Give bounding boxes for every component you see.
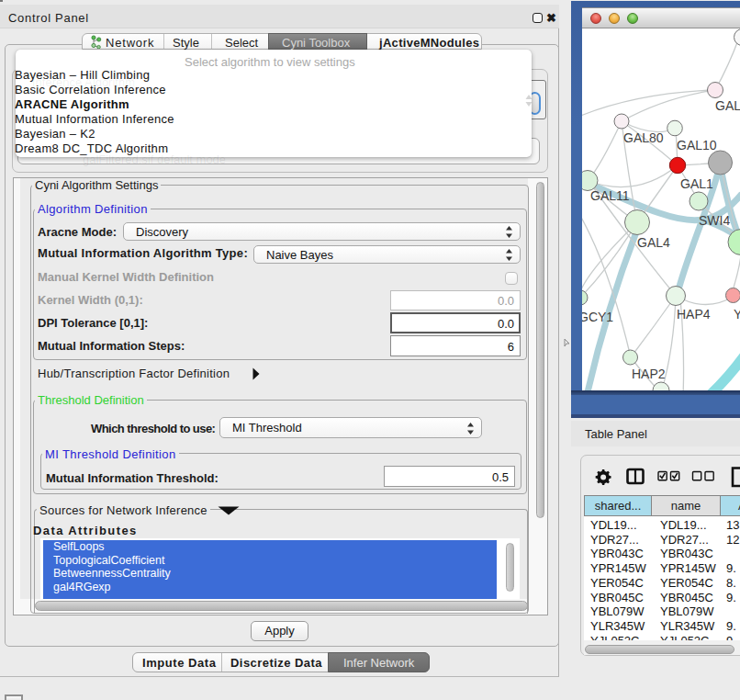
svg-text:SWI4: SWI4 [699, 213, 730, 228]
svg-text:GAL7: GAL7 [715, 98, 740, 113]
svg-text:YM: YM [734, 307, 740, 322]
svg-text:HAP2: HAP2 [632, 367, 666, 381]
svg-text:GAL11: GAL11 [590, 188, 630, 203]
svg-text:GAL4: GAL4 [637, 235, 670, 250]
svg-text:GAL10: GAL10 [677, 138, 717, 152]
svg-text:GAL1: GAL1 [680, 176, 713, 191]
svg-text:GAL80: GAL80 [623, 130, 664, 145]
svg-text:GCY1: GCY1 [582, 310, 613, 324]
svg-text:HAP4: HAP4 [677, 307, 711, 322]
